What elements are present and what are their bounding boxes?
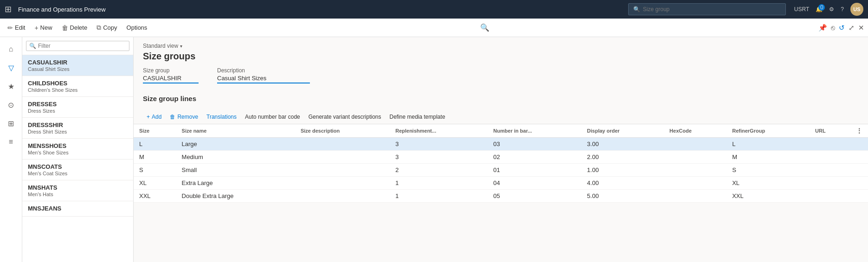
col-url: URL (810, 124, 850, 138)
cell-refiner-group: XXL (727, 190, 810, 203)
new-button[interactable]: + New (31, 22, 56, 33)
description-value[interactable]: Casual Shirt Sizes (217, 75, 310, 83)
cell-size-desc (295, 151, 390, 164)
table-row[interactable]: M Medium 3 02 2.00 M (134, 151, 868, 164)
translations-button[interactable]: Translations (203, 112, 240, 122)
list-item[interactable]: DRESSES Dress Sizes (22, 97, 133, 118)
avatar[interactable]: US (850, 3, 863, 16)
list-item[interactable]: DRESSSHIR Dress Shirt Sizes (22, 118, 133, 139)
home-icon[interactable]: ⌂ (3, 41, 19, 58)
more-icon[interactable]: ⋮ (856, 127, 862, 134)
global-search-bar[interactable]: 🔍 (628, 3, 786, 15)
cell-size-name: Medium (176, 151, 295, 164)
list-item-subtitle: Men's Hats (28, 192, 128, 197)
remove-button[interactable]: 🗑 Remove (166, 112, 202, 122)
list-item-subtitle: Children's Shoe Sizes (28, 87, 128, 93)
settings-icon[interactable]: ⚙ (829, 6, 834, 13)
cell-size: S (134, 164, 176, 177)
table-row[interactable]: S Small 2 01 1.00 S (134, 164, 868, 177)
copy-icon: ⧉ (96, 24, 101, 32)
table-row[interactable]: XL Extra Large 1 04 4.00 XL (134, 177, 868, 190)
list-item[interactable]: MENSSHOES Men's Shoe Sizes (22, 139, 133, 160)
global-search-input[interactable] (643, 6, 781, 13)
copy-button[interactable]: ⧉ Copy (93, 22, 121, 33)
table-row[interactable]: L Large 3 03 3.00 L (134, 138, 868, 151)
cell-size-desc (295, 164, 390, 177)
list-sidebar-icon[interactable]: ≡ (3, 134, 19, 150)
col-number-in-bar: Number in bar... (488, 124, 581, 138)
options-button[interactable]: Options (123, 22, 151, 33)
table-wrap: Size Size name Size description Replenis… (134, 124, 868, 203)
recent-sidebar-icon[interactable]: ⊙ (3, 96, 19, 113)
cell-number-in-bar: 02 (488, 151, 581, 164)
table-row[interactable]: XXL Double Extra Large 1 05 5.00 XXL (134, 190, 868, 203)
col-size-name: Size name (176, 124, 295, 138)
favorites-sidebar-icon[interactable]: ★ (3, 78, 19, 95)
list-item-subtitle: Casual Shirt Sizes (28, 66, 128, 72)
cell-size-name: Double Extra Large (176, 190, 295, 203)
pin-icon[interactable]: 📌 (818, 24, 827, 32)
list-item-title: CASUALSHIR (28, 59, 128, 66)
filter-icon: 🔍 (29, 43, 36, 49)
list-item[interactable]: CHILDSHOES Children's Shoe Sizes (22, 76, 133, 97)
cell-size: L (134, 138, 176, 151)
cell-url (810, 190, 850, 203)
refresh-icon[interactable]: ↺ (839, 24, 845, 32)
toolbar-search: 🔍 (478, 21, 491, 34)
generate-variant-button[interactable]: Generate variant descriptions (305, 112, 385, 122)
cell-refiner-group: S (727, 164, 810, 177)
list-item-title: MNSHATS (28, 184, 128, 191)
edit-button[interactable]: ✏ Edit (4, 22, 29, 33)
view-selector[interactable]: Standard view ▾ (143, 43, 859, 49)
add-button[interactable]: + Add (143, 112, 165, 122)
delete-button[interactable]: 🗑 Delete (58, 22, 91, 33)
list-item[interactable]: CASUALSHIR Casual Shirt Sizes (22, 55, 133, 76)
cell-url (810, 151, 850, 164)
cell-size-desc (295, 138, 390, 151)
popout-icon[interactable]: ⎋ (831, 24, 835, 32)
chevron-down-icon: ▾ (180, 44, 182, 49)
size-group-label: Size group (143, 67, 199, 74)
list-item-title: MENSSHOES (28, 142, 128, 149)
main-toolbar: ✏ Edit + New 🗑 Delete ⧉ Copy Options 🔍 📌… (0, 19, 868, 37)
close-icon[interactable]: ✕ (858, 24, 864, 32)
define-media-button[interactable]: Define media template (386, 112, 449, 122)
cell-more (850, 190, 868, 203)
cell-refiner-group: XL (727, 177, 810, 190)
list-item[interactable]: MNSHATS Men's Hats (22, 180, 133, 201)
auto-number-button[interactable]: Auto number bar code (241, 112, 304, 122)
filter-input[interactable] (38, 43, 126, 49)
cell-number-in-bar: 04 (488, 177, 581, 190)
size-group-field: Size group CASUALSHIR (143, 67, 199, 83)
cell-replenishment: 1 (390, 177, 488, 190)
cell-hexcode (664, 164, 727, 177)
cell-number-in-bar: 03 (488, 138, 581, 151)
cell-more (850, 177, 868, 190)
cell-size-name: Large (176, 138, 295, 151)
cell-display-order: 3.00 (581, 138, 664, 151)
list-item[interactable]: MNSJEANS (22, 201, 133, 217)
notifications-badge: 0 (818, 4, 825, 11)
help-icon[interactable]: ? (841, 6, 844, 13)
workspace-sidebar-icon[interactable]: ⊞ (3, 115, 19, 132)
list-item-title: DRESSSHIR (28, 121, 128, 128)
list-item-subtitle: Men's Shoe Sizes (28, 150, 128, 155)
delete-icon: 🗑 (62, 24, 68, 32)
cell-hexcode (664, 177, 727, 190)
description-field: Description Casual Shirt Sizes (217, 67, 310, 83)
filter-input-wrap[interactable]: 🔍 (26, 41, 129, 51)
content-header: Standard view ▾ Size groups Size group C… (134, 37, 868, 91)
filter-sidebar-icon[interactable]: ▽ (3, 59, 19, 76)
cell-url (810, 164, 850, 177)
toolbar-search-icon[interactable]: 🔍 (478, 21, 491, 34)
list-item[interactable]: MNSCOATS Men's Coat Sizes (22, 160, 133, 180)
cell-replenishment: 1 (390, 190, 488, 203)
maximize-icon[interactable]: ⤢ (849, 24, 855, 32)
user-label: USRT (794, 6, 809, 13)
cell-refiner-group: M (727, 151, 810, 164)
size-group-value[interactable]: CASUALSHIR (143, 75, 199, 83)
notifications-icon[interactable]: 🔔 0 (816, 6, 823, 13)
apps-grid-icon[interactable]: ⊞ (5, 4, 12, 14)
cell-replenishment: 3 (390, 151, 488, 164)
cell-size: XXL (134, 190, 176, 203)
